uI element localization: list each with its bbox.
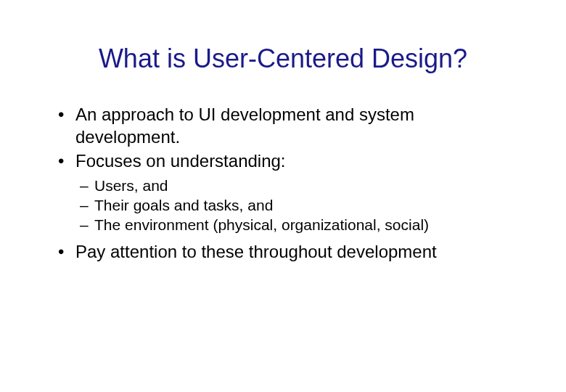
bullet-item: An approach to UI development and system… <box>58 103 522 148</box>
sub-bullet-item: Their goals and tasks, and <box>80 195 522 215</box>
sub-bullet-item: The environment (physical, organizationa… <box>80 215 522 234</box>
bullet-item: Focuses on understanding: <box>58 150 522 172</box>
sub-bullet-list: Users, and Their goals and tasks, and Th… <box>44 176 522 235</box>
main-bullet-list: An approach to UI development and system… <box>44 103 522 173</box>
main-bullet-list: Pay attention to these throughout develo… <box>44 240 522 263</box>
slide-title: What is User-Centered Design? <box>44 44 522 74</box>
sub-bullet-item: Users, and <box>80 176 522 195</box>
bullet-item: Pay attention to these throughout develo… <box>58 240 522 263</box>
